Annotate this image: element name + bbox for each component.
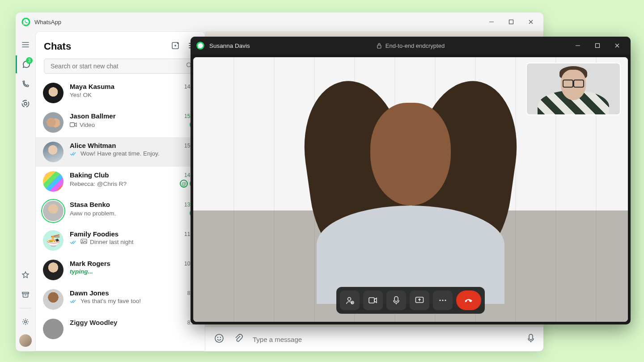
emoji-button[interactable] <box>214 333 224 345</box>
search-input[interactable] <box>44 59 197 74</box>
window-maximize-button[interactable] <box>501 15 521 29</box>
whatsapp-logo-icon <box>21 17 31 27</box>
chat-name: Baking Club <box>70 171 109 179</box>
new-chat-button[interactable] <box>171 41 180 52</box>
chat-name: Maya Kasuma <box>70 83 114 90</box>
chat-name: Stasa Benko <box>70 201 110 208</box>
chat-row[interactable]: Alice Whitman 15:11 Wow! Have great time… <box>36 137 205 167</box>
window-close-button[interactable] <box>521 15 541 29</box>
screen-share-button[interactable] <box>410 290 429 310</box>
nav-menu-button[interactable] <box>16 36 35 54</box>
call-window-close-button[interactable] <box>607 39 627 52</box>
svg-point-9 <box>82 240 83 241</box>
chat-row[interactable]: Ziggy Woodley 8:12 <box>36 314 205 344</box>
nav-rail: 3 <box>16 31 35 351</box>
svg-point-10 <box>215 334 223 342</box>
chat-name: Dawn Jones <box>70 289 109 297</box>
chat-name: Ziggy Woodley <box>70 319 117 326</box>
read-ticks-icon <box>70 151 78 156</box>
avatar <box>43 260 64 280</box>
composer <box>205 327 543 351</box>
svg-point-12 <box>220 337 221 338</box>
search-wrapper <box>44 59 197 74</box>
avatar <box>43 319 64 339</box>
chat-preview: Yes that's my fave too! <box>80 298 141 304</box>
chat-row[interactable]: 🍜 Family Foodies 11:27 Dinner last night <box>36 226 205 255</box>
call-window-maximize-button[interactable] <box>588 39 607 52</box>
chat-list-header: Chats <box>36 32 205 57</box>
toggle-mic-button[interactable] <box>386 290 406 310</box>
message-input[interactable] <box>253 336 517 343</box>
add-participant-button[interactable] <box>340 290 360 310</box>
avatar <box>43 289 64 310</box>
chat-list[interactable]: Maya Kasuma 14:56 Yes! OK Jason <box>36 78 205 351</box>
call-window-minimize-button[interactable] <box>568 39 588 52</box>
more-options-button[interactable] <box>433 290 453 310</box>
avatar: 🍜 <box>43 230 64 251</box>
avatar <box>43 112 64 133</box>
svg-point-24 <box>445 299 446 301</box>
self-video-pip[interactable] <box>526 63 621 115</box>
svg-rect-16 <box>596 44 600 48</box>
chat-name: Mark Rogers <box>70 260 110 267</box>
chat-preview: Wow! Have great time. Enjoy. <box>80 150 160 157</box>
chat-row[interactable]: Stasa Benko 13:55 Aww no problem. 2 <box>36 196 205 226</box>
nav-settings-button[interactable] <box>16 313 35 331</box>
attach-button[interactable] <box>234 333 243 345</box>
remote-video-feed <box>294 57 527 304</box>
chat-preview: Rebecca: @Chris R? <box>70 181 127 187</box>
svg-rect-19 <box>369 298 374 303</box>
nav-status-button[interactable] <box>16 95 35 113</box>
nav-calls-button[interactable] <box>16 75 35 93</box>
read-ticks-icon <box>70 240 78 245</box>
photo-icon <box>80 239 87 245</box>
svg-rect-7 <box>70 123 75 127</box>
chat-preview: Aww no problem. <box>70 210 116 217</box>
toggle-camera-button[interactable] <box>363 290 383 310</box>
chat-row[interactable]: Dawn Jones 8:33 Yes that's my fave too! <box>36 285 205 314</box>
encryption-label: End-to-end endcrypted <box>377 42 445 49</box>
chat-name: Jason Ballmer <box>70 112 116 120</box>
voice-button[interactable] <box>527 333 534 345</box>
svg-point-17 <box>348 298 351 301</box>
nav-profile-avatar[interactable] <box>19 334 32 347</box>
svg-point-4 <box>25 321 27 323</box>
chat-preview: Yes! OK <box>70 92 92 98</box>
svg-point-22 <box>439 299 441 301</box>
chat-row[interactable]: Maya Kasuma 14:56 Yes! OK <box>36 78 205 108</box>
video-icon <box>70 122 77 127</box>
chat-preview: typing... <box>70 268 93 275</box>
nav-archived-button[interactable] <box>16 286 35 303</box>
avatar <box>43 142 64 162</box>
chat-row[interactable]: Mark Rogers 10:55 typing... <box>36 255 205 285</box>
avatar <box>43 201 64 221</box>
nav-starred-button[interactable] <box>16 266 35 284</box>
hangup-button[interactable] <box>456 290 481 310</box>
call-window: Susanna Davis End-to-end endcrypted <box>191 37 631 324</box>
svg-rect-13 <box>529 334 533 340</box>
svg-point-2 <box>24 102 27 105</box>
call-video-stage <box>193 57 628 322</box>
svg-rect-1 <box>509 20 513 24</box>
svg-rect-15 <box>377 45 381 48</box>
chat-list-panel: Chats <box>35 31 205 351</box>
read-ticks-icon <box>70 299 78 304</box>
svg-point-11 <box>217 337 218 338</box>
lock-icon <box>377 42 382 49</box>
call-peer-name: Susanna Davis <box>209 42 250 49</box>
chat-list-title: Chats <box>44 41 71 52</box>
mention-icon: @ <box>180 180 188 188</box>
avatar <box>43 83 64 103</box>
call-controls <box>336 287 485 314</box>
svg-point-23 <box>442 299 443 301</box>
window-minimize-button[interactable] <box>482 15 501 29</box>
nav-chats-button[interactable]: 3 <box>16 55 35 73</box>
svg-rect-20 <box>394 297 398 302</box>
chat-preview: Dinner last night <box>90 239 134 245</box>
chat-row[interactable]: Baking Club 14:47 Rebecca: @Chris R? @ 1 <box>36 167 205 196</box>
chat-name: Alice Whitman <box>70 142 116 149</box>
svg-point-3 <box>22 101 29 107</box>
nav-chats-badge: 3 <box>26 57 33 64</box>
chat-row[interactable]: Jason Ballmer 15:22 Video 3 <box>36 108 205 137</box>
app-title: WhatsApp <box>34 19 61 25</box>
